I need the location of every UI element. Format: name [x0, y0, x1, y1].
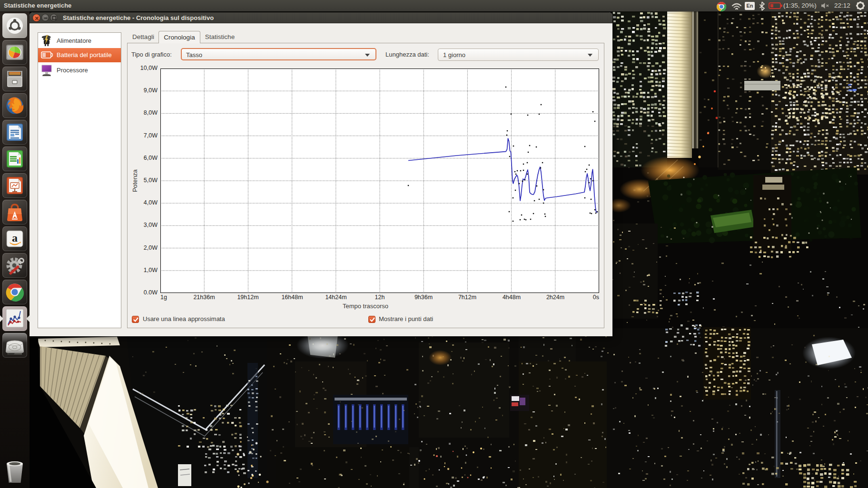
svg-text:a: a [12, 232, 18, 244]
